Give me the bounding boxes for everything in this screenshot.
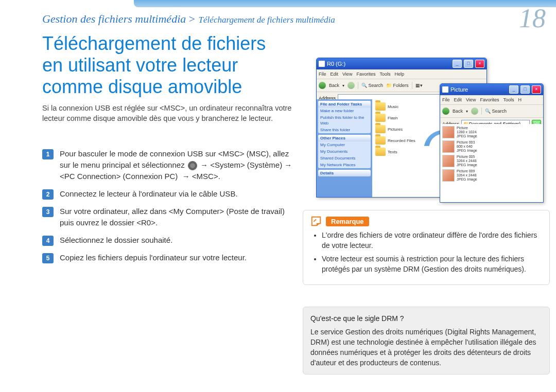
thumb-item[interactable]: Picture 0093264 x 2448JPEG Image — [442, 169, 541, 182]
folder-icon — [375, 114, 386, 122]
search-button[interactable]: 🔍 Search — [361, 83, 383, 88]
image-thumb-icon — [442, 140, 455, 153]
back-label[interactable]: Back — [453, 109, 463, 114]
close-button[interactable]: × — [475, 60, 484, 68]
folder-icon — [375, 136, 386, 145]
menu-view[interactable]: View — [466, 97, 476, 102]
menu-tools[interactable]: Tools — [503, 97, 514, 102]
menubar: File Edit View Favorites Tools H — [440, 95, 543, 105]
intro-text: Si la connexion USB est réglée sur <MSC>… — [42, 103, 294, 123]
places-panel: Other Places My Computer My Documents Sh… — [318, 135, 371, 168]
window-title: Picture — [450, 86, 468, 93]
menu-edit[interactable]: Edit — [331, 72, 339, 77]
folder-icon — [442, 86, 448, 93]
maximize-button[interactable]: □ — [464, 60, 473, 68]
search-button[interactable]: 🔍 Search — [485, 109, 507, 114]
steps-list: 1 Pour basculer le mode de connexion USB… — [42, 148, 294, 270]
place-item[interactable]: Shared Documents — [318, 155, 371, 162]
task-item[interactable]: Share this folder — [318, 127, 371, 133]
side-panel: File and Folder Tasks Make a new folder … — [317, 99, 372, 197]
step-text: Sur votre ordinateur, allez dans <My Com… — [60, 206, 294, 228]
step-1: 1 Pour basculer le mode de connexion USB… — [42, 148, 294, 182]
details-panel-head: Details — [318, 170, 371, 176]
step-number-badge: 3 — [42, 207, 54, 217]
minimize-button[interactable]: _ — [509, 85, 518, 94]
place-item[interactable]: My Documents — [318, 148, 371, 155]
note-box-icon — [310, 216, 322, 227]
back-icon[interactable] — [319, 82, 326, 89]
menu-help[interactable]: H — [518, 97, 522, 102]
note-item: L'ordre des fichiers de votre ordinateur… — [322, 230, 542, 251]
drm-question: Qu'est-ce que le sigle DRM ? — [310, 313, 542, 324]
place-item[interactable]: My Network Places — [318, 162, 371, 168]
explorer-window-picture: Picture _ □ × File Edit View Favorites T… — [440, 83, 544, 203]
image-thumb-icon — [442, 155, 455, 167]
toolbar: Back ▾ 🔍 Search — [440, 105, 543, 118]
step-5: 5 Copiez les fichiers depuis l'ordinateu… — [42, 252, 294, 263]
step-number-badge: 5 — [42, 253, 54, 263]
details-panel: Details — [318, 170, 371, 176]
forward-icon[interactable] — [471, 108, 478, 115]
folder-icon — [375, 102, 386, 111]
step-3: 3 Sur votre ordinateur, allez dans <My C… — [42, 206, 294, 228]
folder-icon — [375, 148, 386, 156]
menu-file[interactable]: File — [319, 72, 326, 77]
thumbnail-content: Picture1280 x 1024JPEG Image Picture 003… — [440, 124, 543, 202]
menu-tools[interactable]: Tools — [379, 72, 390, 77]
explorer-illustration: R0 (G:) _ □ × File Edit View Favorites T… — [316, 58, 543, 207]
place-item[interactable]: My Computer — [318, 141, 371, 148]
breadcrumb: Gestion des fichiers multimédia > Téléch… — [42, 12, 335, 26]
menu-help[interactable]: Help — [394, 72, 404, 77]
places-panel-head: Other Places — [318, 135, 371, 141]
back-icon[interactable] — [442, 108, 449, 115]
header-strip — [134, 0, 556, 7]
image-thumb-icon — [442, 126, 455, 138]
step-number-badge: 4 — [42, 236, 54, 246]
back-label[interactable]: Back — [329, 83, 339, 88]
close-button[interactable]: × — [532, 85, 541, 94]
menu-file[interactable]: File — [442, 97, 450, 102]
menu-favorites[interactable]: Favorites — [356, 72, 375, 77]
titlebar: Picture _ □ × — [440, 84, 543, 95]
window-title: R0 (G:) — [327, 61, 345, 67]
drm-info-box: Qu'est-ce que le sigle DRM ? Le service … — [303, 307, 550, 375]
views-button[interactable]: ▦▾ — [415, 83, 423, 88]
thumb-item[interactable]: Picture 0053264 x 2448JPEG Image — [442, 155, 541, 167]
folders-button[interactable]: 📁 Folders — [386, 83, 409, 88]
folder-icon — [375, 125, 386, 133]
menu-favorites[interactable]: Favorites — [480, 97, 499, 102]
menu-edit[interactable]: Edit — [454, 97, 462, 102]
tasks-panel: File and Folder Tasks Make a new folder … — [318, 101, 371, 133]
task-item[interactable]: Publish this folder to the Web — [318, 114, 371, 127]
step-text: Connectez le lecteur à l'ordinateur via … — [60, 188, 294, 200]
step-4: 4 Sélectionnez le dossier souhaité. — [42, 235, 294, 246]
step-number-badge: 2 — [42, 189, 54, 200]
minimize-button[interactable]: _ — [453, 60, 462, 68]
tasks-panel-head: File and Folder Tasks — [318, 101, 371, 108]
note-label: Remarque — [326, 217, 369, 226]
breadcrumb-main: Gestion des fichiers multimédia — [42, 12, 186, 25]
image-thumb-icon — [442, 169, 455, 182]
note-list: L'ordre des fichiers de votre ordinateur… — [310, 230, 542, 274]
page-title: Téléchargement de fichiers en utilisant … — [42, 33, 289, 98]
step-text: Sélectionnez le dossier souhaité. — [60, 235, 294, 246]
gear-icon — [188, 161, 197, 170]
maximize-button[interactable]: □ — [520, 85, 530, 94]
drive-icon — [319, 61, 325, 67]
step-text: Copiez les fichiers depuis l'ordinateur … — [60, 252, 294, 263]
note-box: Remarque L'ordre des fichiers de votre o… — [303, 210, 550, 285]
titlebar: R0 (G:) _ □ × — [317, 58, 486, 69]
page-number: 18 — [519, 3, 546, 33]
menu-view[interactable]: View — [342, 72, 352, 77]
breadcrumb-sub: Téléchargement de fichiers multimédia — [199, 15, 335, 25]
step-text: Pour basculer le mode de connexion USB s… — [60, 148, 294, 182]
step-2: 2 Connectez le lecteur à l'ordinateur vi… — [42, 188, 294, 200]
thumb-item[interactable]: Picture 003800 x 640JPEG Image — [442, 140, 541, 153]
thumb-item[interactable]: Picture1280 x 1024JPEG Image — [442, 126, 541, 138]
note-item: Votre lecteur est soumis à restriction p… — [322, 254, 542, 274]
step-number-badge: 1 — [42, 149, 54, 159]
menubar: File Edit View Favorites Tools Help — [317, 69, 486, 79]
task-item[interactable]: Make a new folder — [318, 108, 371, 114]
forward-icon[interactable] — [348, 82, 355, 89]
breadcrumb-sep: > — [188, 12, 198, 25]
